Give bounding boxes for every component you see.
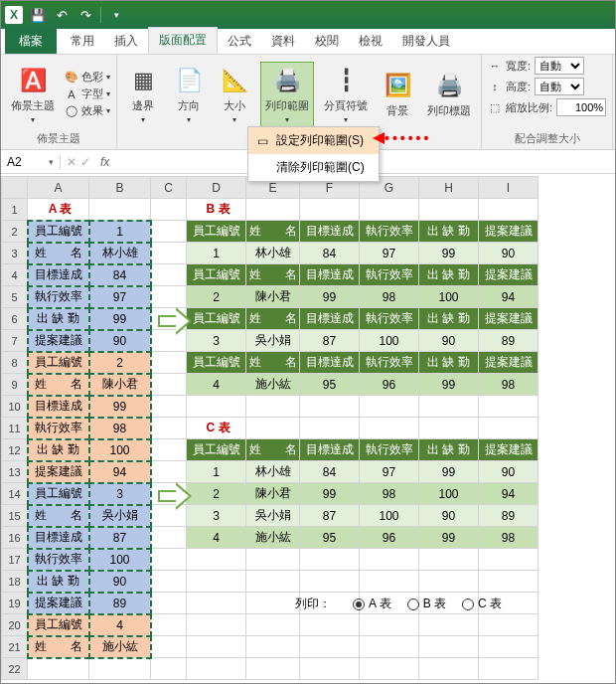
cell-I10[interactable] <box>479 396 539 418</box>
select-all-cell[interactable] <box>2 177 28 199</box>
cell-D2[interactable]: 員工編號 <box>187 221 246 243</box>
cell-F13[interactable]: 84 <box>300 461 360 483</box>
row-header-17[interactable]: 17 <box>2 549 28 571</box>
cell-E18[interactable] <box>246 571 300 593</box>
cell-E7[interactable]: 吳小娟 <box>246 330 300 352</box>
cell-F12[interactable]: 目標達成 <box>300 439 360 461</box>
cell-G14[interactable]: 98 <box>360 483 419 505</box>
size-button[interactable]: 📐大小▾ <box>215 63 254 126</box>
cell-H13[interactable]: 99 <box>419 461 479 483</box>
cell-H10[interactable] <box>419 396 479 418</box>
cell-I20[interactable] <box>479 614 539 636</box>
scale-input[interactable] <box>556 98 606 116</box>
col-header-A[interactable]: A <box>28 177 89 199</box>
cell-E3[interactable]: 林小雄 <box>246 243 300 264</box>
cell-I1[interactable] <box>479 199 539 221</box>
cell-B13[interactable]: 94 <box>89 461 151 483</box>
set-print-area-item[interactable]: ▭ 設定列印範圍(S) <box>248 127 379 154</box>
cell-G9[interactable]: 96 <box>360 374 419 396</box>
cell-B4[interactable]: 84 <box>89 264 151 286</box>
cell-H6[interactable]: 出 缺 勤 <box>419 308 479 330</box>
cell-E11[interactable] <box>246 418 300 439</box>
cell-E8[interactable]: 姓 名 <box>246 352 300 374</box>
cell-B14[interactable]: 3 <box>89 483 151 505</box>
cell-A4[interactable]: 目標達成 <box>28 264 89 286</box>
cell-I21[interactable] <box>479 636 539 658</box>
cell-B3[interactable]: 林小雄 <box>89 243 151 264</box>
cell-G17[interactable] <box>360 549 419 571</box>
cell-B11[interactable]: 98 <box>89 418 151 439</box>
cell-H15[interactable]: 90 <box>419 505 479 527</box>
cell-C19[interactable] <box>151 593 187 614</box>
row-header-7[interactable]: 7 <box>2 330 28 352</box>
cell-A18[interactable]: 出 缺 勤 <box>28 571 89 593</box>
tab-formulas[interactable]: 公式 <box>218 29 261 54</box>
redo-icon[interactable]: ↷ <box>77 6 94 24</box>
cell-B10[interactable]: 99 <box>89 396 151 418</box>
cell-D11[interactable]: C 表 <box>187 418 246 439</box>
cell-F11[interactable] <box>300 418 360 439</box>
cell-H20[interactable] <box>419 614 479 636</box>
cell-E2[interactable]: 姓 名 <box>246 221 300 243</box>
cell-H14[interactable]: 100 <box>419 483 479 505</box>
tab-file[interactable]: 檔案 <box>5 29 57 54</box>
cell-B1[interactable] <box>89 199 151 221</box>
clear-print-area-item[interactable]: 清除列印範圍(C) <box>248 154 379 181</box>
cell-I13[interactable]: 90 <box>479 461 539 483</box>
print-area-button[interactable]: 🖨️列印範圍▾ <box>260 62 314 127</box>
cell-D5[interactable]: 2 <box>187 286 246 308</box>
cell-E14[interactable]: 陳小君 <box>246 483 300 505</box>
col-header-B[interactable]: B <box>89 177 151 199</box>
cell-E12[interactable]: 姓 名 <box>246 439 300 461</box>
cell-B16[interactable]: 87 <box>89 527 151 549</box>
cell-E13[interactable]: 林小雄 <box>246 461 300 483</box>
cell-D20[interactable] <box>187 614 246 636</box>
cell-B19[interactable]: 89 <box>89 593 151 614</box>
cell-I5[interactable]: 94 <box>479 286 539 308</box>
row-header-5[interactable]: 5 <box>2 286 28 308</box>
undo-icon[interactable]: ↶ <box>53 6 71 24</box>
cell-B21[interactable]: 施小紘 <box>89 636 151 658</box>
cell-F9[interactable]: 95 <box>300 374 360 396</box>
cell-D7[interactable]: 3 <box>187 330 246 352</box>
cell-I15[interactable]: 89 <box>479 505 539 527</box>
cell-B5[interactable]: 97 <box>89 286 151 308</box>
cell-F22[interactable] <box>300 658 360 680</box>
col-header-D[interactable]: D <box>187 177 246 199</box>
row-header-1[interactable]: 1 <box>2 199 28 221</box>
cell-F10[interactable] <box>300 396 360 418</box>
cell-A11[interactable]: 執行效率 <box>28 418 89 439</box>
cell-H3[interactable]: 99 <box>419 243 479 264</box>
cell-H8[interactable]: 出 缺 勤 <box>419 352 479 374</box>
cell-C12[interactable] <box>151 439 187 461</box>
tab-home[interactable]: 常用 <box>61 29 104 54</box>
row-header-6[interactable]: 6 <box>2 308 28 330</box>
cell-E21[interactable] <box>246 636 300 658</box>
cell-G11[interactable] <box>360 418 419 439</box>
cell-D17[interactable] <box>187 549 246 571</box>
cell-C18[interactable] <box>151 571 187 593</box>
fonts-button[interactable]: A字型▾ <box>65 86 110 101</box>
cell-H22[interactable] <box>419 658 479 680</box>
cell-I3[interactable]: 90 <box>479 243 539 264</box>
cell-C22[interactable] <box>151 658 187 680</box>
cell-C17[interactable] <box>151 549 187 571</box>
cell-G13[interactable]: 97 <box>360 461 419 483</box>
cell-I6[interactable]: 提案建議 <box>479 308 539 330</box>
cell-C21[interactable] <box>151 636 187 658</box>
cell-H16[interactable]: 99 <box>419 527 479 549</box>
cell-B12[interactable]: 100 <box>89 439 151 461</box>
cell-A15[interactable]: 姓 名 <box>28 505 89 527</box>
cell-G5[interactable]: 98 <box>360 286 419 308</box>
cell-C1[interactable] <box>151 199 187 221</box>
cell-C11[interactable] <box>151 418 187 439</box>
cell-G7[interactable]: 100 <box>360 330 419 352</box>
cell-A20[interactable]: 員工編號 <box>28 614 89 636</box>
cell-A14[interactable]: 員工編號 <box>28 483 89 505</box>
cell-G15[interactable]: 100 <box>360 505 419 527</box>
cell-B17[interactable]: 100 <box>89 549 151 571</box>
cell-A17[interactable]: 執行效率 <box>28 549 89 571</box>
cell-D13[interactable]: 1 <box>187 461 246 483</box>
cell-H7[interactable]: 90 <box>419 330 479 352</box>
cell-C20[interactable] <box>151 614 187 636</box>
